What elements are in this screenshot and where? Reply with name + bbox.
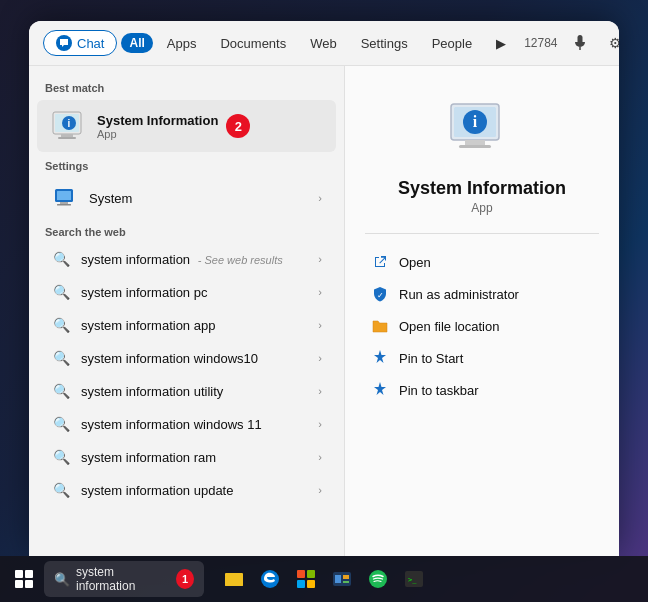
action-pin-start[interactable]: Pin to Start	[365, 342, 599, 374]
web-item-2-text: system information app	[81, 318, 318, 333]
svg-rect-29	[343, 575, 349, 579]
file-manager-app[interactable]	[218, 563, 250, 595]
web-section-label: Search the web	[29, 220, 344, 242]
web-chevron-1: ›	[318, 286, 322, 298]
svg-text:✓: ✓	[377, 291, 384, 300]
web-item-0[interactable]: 🔍 system information - See web results ›	[37, 243, 336, 275]
search-icon-6: 🔍	[51, 447, 71, 467]
web-item-5[interactable]: 🔍 system information windows 11 ›	[37, 408, 336, 440]
nav-web[interactable]: Web	[300, 31, 347, 56]
svg-rect-21	[225, 576, 243, 586]
svg-rect-30	[343, 581, 349, 583]
svg-rect-14	[465, 140, 485, 145]
search-icon-4: 🔍	[51, 381, 71, 401]
taskbar-search-bar[interactable]: 🔍 system information 1	[44, 561, 204, 597]
svg-text:i: i	[473, 113, 478, 130]
settings-system-item[interactable]: System ›	[37, 177, 336, 219]
terminal-app[interactable]: >_	[398, 563, 430, 595]
best-match-text: System Information App	[97, 113, 218, 140]
settings-section-label: Settings	[29, 154, 344, 176]
svg-rect-9	[57, 191, 71, 200]
settings-system-label: System	[89, 191, 318, 206]
best-match-subtitle: App	[97, 128, 218, 140]
taskbar-search-text: system information	[76, 565, 166, 593]
nav-people[interactable]: People	[422, 31, 482, 56]
web-item-7-text: system information update	[81, 483, 318, 498]
nav-settings[interactable]: Settings	[351, 31, 418, 56]
microphone-icon[interactable]	[566, 29, 594, 57]
action-run-admin[interactable]: ✓ Run as administrator	[365, 278, 599, 310]
web-item-2[interactable]: 🔍 system information app ›	[37, 309, 336, 341]
nav-number: 12784	[524, 36, 557, 50]
action-open-location-label: Open file location	[399, 319, 499, 334]
best-match-item[interactable]: i System Information App 2	[37, 100, 336, 152]
store-app[interactable]	[290, 563, 322, 595]
nav-documents[interactable]: Documents	[210, 31, 296, 56]
start-button[interactable]	[10, 565, 38, 593]
right-divider	[365, 233, 599, 234]
action-open[interactable]: Open	[365, 246, 599, 278]
edge-app[interactable]	[254, 563, 286, 595]
web-chevron-5: ›	[318, 418, 322, 430]
best-match-title: System Information	[97, 113, 218, 128]
svg-rect-5	[58, 137, 76, 139]
step-2-badge: 2	[226, 114, 250, 138]
pin-start-icon	[371, 349, 389, 367]
action-pin-taskbar[interactable]: Pin to taskbar	[365, 374, 599, 406]
folder-icon	[371, 317, 389, 335]
search-icon-2: 🔍	[51, 315, 71, 335]
svg-rect-15	[459, 145, 491, 148]
system-info-icon-small: i	[51, 108, 87, 144]
step-1-badge: 1	[176, 569, 194, 589]
action-open-label: Open	[399, 255, 431, 270]
chat-label: Chat	[77, 36, 104, 51]
svg-rect-23	[297, 570, 305, 578]
svg-rect-28	[335, 575, 341, 583]
taskbar: 🔍 system information 1 >_	[0, 556, 648, 602]
web-item-5-text: system information windows 11	[81, 417, 318, 432]
web-item-1[interactable]: 🔍 system information pc ›	[37, 276, 336, 308]
search-icon-3: 🔍	[51, 348, 71, 368]
web-item-6-text: system information ram	[81, 450, 318, 465]
search-nav: Chat All Apps Documents Web Settings Peo…	[29, 21, 619, 66]
action-open-location[interactable]: Open file location	[365, 310, 599, 342]
web-chevron-0: ›	[318, 253, 322, 265]
web-item-6[interactable]: 🔍 system information ram ›	[37, 441, 336, 473]
chat-nav-button[interactable]: Chat	[43, 30, 117, 56]
all-nav-badge[interactable]: All	[121, 33, 152, 53]
search-popup: Chat All Apps Documents Web Settings Peo…	[29, 21, 619, 556]
settings-icon[interactable]: ⚙	[602, 29, 619, 57]
nav-apps[interactable]: Apps	[157, 31, 207, 56]
right-panel: i System Information App Open ✓ Run as a…	[344, 66, 619, 556]
open-icon	[371, 253, 389, 271]
action-pin-start-label: Pin to Start	[399, 351, 463, 366]
svg-text:>_: >_	[408, 576, 417, 584]
web-item-3[interactable]: 🔍 system information windows10 ›	[37, 342, 336, 374]
system-info-icon-large: i	[447, 96, 517, 166]
pin-taskbar-icon	[371, 381, 389, 399]
search-icon-7: 🔍	[51, 480, 71, 500]
web-item-7[interactable]: 🔍 system information update ›	[37, 474, 336, 506]
right-app-type: App	[471, 201, 492, 215]
best-match-section-label: Best match	[29, 76, 344, 98]
nav-more-arrow[interactable]: ▶	[486, 31, 516, 56]
web-chevron-6: ›	[318, 451, 322, 463]
svg-text:i: i	[68, 118, 71, 129]
system-settings-icon	[51, 184, 79, 212]
action-pin-taskbar-label: Pin to taskbar	[399, 383, 479, 398]
web-chevron-4: ›	[318, 385, 322, 397]
windows-logo-icon	[15, 570, 33, 588]
svg-rect-4	[61, 134, 73, 137]
chat-icon	[56, 35, 72, 51]
right-app-name: System Information	[398, 178, 566, 199]
web-item-0-text: system information - See web results	[81, 252, 318, 267]
svg-rect-24	[307, 570, 315, 578]
spotify-app[interactable]	[362, 563, 394, 595]
second-store-app[interactable]	[326, 563, 358, 595]
web-chevron-2: ›	[318, 319, 322, 331]
search-main: Best match i System Information App	[29, 66, 619, 556]
svg-rect-10	[60, 202, 68, 204]
taskbar-search-icon: 🔍	[54, 572, 70, 587]
web-item-4[interactable]: 🔍 system information utility ›	[37, 375, 336, 407]
web-item-4-text: system information utility	[81, 384, 318, 399]
